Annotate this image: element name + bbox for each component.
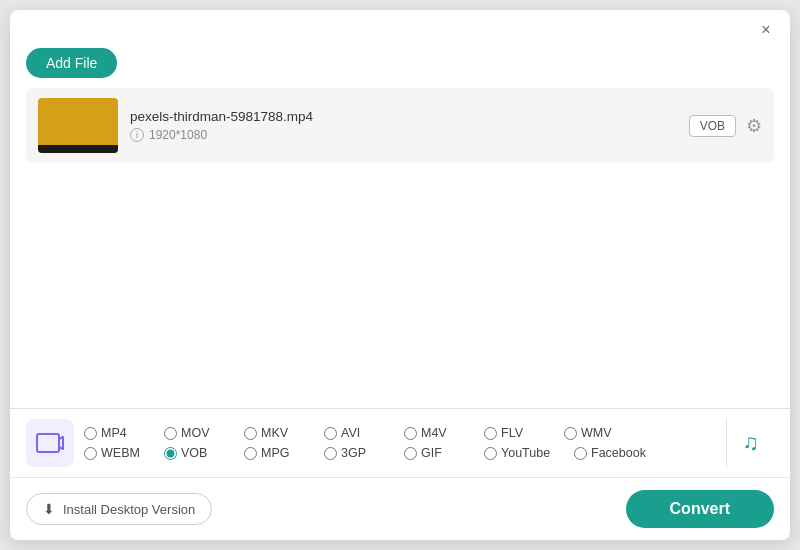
file-meta: i 1920*1080 — [130, 128, 677, 142]
settings-icon[interactable]: ⚙ — [746, 115, 762, 137]
install-desktop-button[interactable]: ⬇ Install Desktop Version — [26, 493, 212, 525]
svg-rect-0 — [37, 434, 59, 452]
file-thumbnail — [38, 98, 118, 153]
format-option-vob[interactable]: VOB — [164, 446, 244, 460]
install-label: Install Desktop Version — [63, 502, 195, 517]
video-format-icon-box[interactable] — [26, 419, 74, 467]
format-option-wmv[interactable]: WMV — [564, 426, 644, 440]
format-badge[interactable]: VOB — [689, 115, 736, 137]
add-file-button[interactable]: Add File — [26, 48, 117, 78]
toolbar: Add File — [10, 40, 790, 88]
download-icon: ⬇ — [43, 501, 55, 517]
format-option-mp4[interactable]: MP4 — [84, 426, 164, 440]
music-note-icon: ♫ — [742, 430, 759, 456]
convert-button[interactable]: Convert — [626, 490, 774, 528]
video-icon — [36, 429, 64, 457]
format-option-gif[interactable]: GIF — [404, 446, 484, 460]
format-row-2: WEBM VOB MPG 3GP GIF YouTube — [84, 446, 716, 460]
format-option-youtube[interactable]: YouTube — [484, 446, 574, 460]
close-button[interactable]: × — [756, 20, 776, 40]
file-item: pexels-thirdman-5981788.mp4 i 1920*1080 … — [26, 88, 774, 163]
file-info: pexels-thirdman-5981788.mp4 i 1920*1080 — [130, 109, 677, 142]
format-option-3gp[interactable]: 3GP — [324, 446, 404, 460]
title-bar: × — [10, 10, 790, 40]
file-name: pexels-thirdman-5981788.mp4 — [130, 109, 677, 124]
format-option-mov[interactable]: MOV — [164, 426, 244, 440]
format-option-flv[interactable]: FLV — [484, 426, 564, 440]
format-selector: MP4 MOV MKV AVI M4V FLV WM — [10, 408, 790, 477]
format-option-avi[interactable]: AVI — [324, 426, 404, 440]
format-row-1: MP4 MOV MKV AVI M4V FLV WM — [84, 426, 716, 440]
info-icon: i — [130, 128, 144, 142]
file-actions: VOB ⚙ — [689, 115, 762, 137]
format-option-mkv[interactable]: MKV — [244, 426, 324, 440]
format-option-webm[interactable]: WEBM — [84, 446, 164, 460]
file-resolution: 1920*1080 — [149, 128, 207, 142]
format-option-mpg[interactable]: MPG — [244, 446, 324, 460]
bottom-bar: ⬇ Install Desktop Version Convert — [10, 477, 790, 540]
format-option-m4v[interactable]: M4V — [404, 426, 484, 440]
file-list: pexels-thirdman-5981788.mp4 i 1920*1080 … — [10, 88, 790, 408]
audio-format-icon-box[interactable]: ♫ — [726, 419, 774, 467]
format-grid: MP4 MOV MKV AVI M4V FLV WM — [84, 426, 716, 460]
format-option-facebook[interactable]: Facebook — [574, 446, 664, 460]
main-window: × Add File pexels-thirdman-5981788.mp4 i… — [10, 10, 790, 540]
